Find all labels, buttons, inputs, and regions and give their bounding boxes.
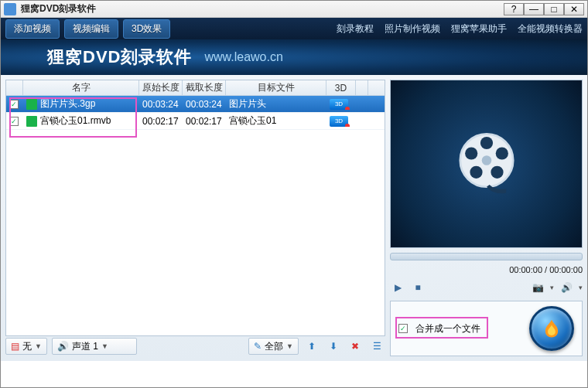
chevron-down-icon[interactable]: ▾ (550, 284, 554, 291)
effect-3d-button[interactable]: 3D效果 (123, 19, 170, 39)
video-edit-button[interactable]: 视频编辑 (64, 19, 118, 39)
banner-title: 狸窝DVD刻录软件 (47, 46, 192, 69)
table-header: 名字 原始长度 截取长度 目标文件 3D (6, 80, 385, 96)
orig-len: 00:02:17 (139, 116, 183, 127)
svg-point-6 (465, 147, 477, 159)
chevron-down-icon: ▼ (286, 342, 293, 350)
table-row[interactable]: ✓ 宫锁心玉01.rmvb 00:02:17 00:02:17 宫锁心玉01 3… (6, 113, 385, 130)
maximize-button[interactable]: □ (544, 3, 564, 15)
row-checkbox[interactable]: ✓ (9, 117, 19, 126)
play-button[interactable]: ▶ (390, 280, 405, 295)
apply-all-value: 全部 (265, 340, 283, 353)
audio-track-select[interactable]: 🔊 声道 1 ▼ (52, 338, 137, 355)
stop-button[interactable]: ■ (410, 280, 426, 295)
speaker-icon: 🔊 (57, 341, 69, 352)
right-panel: 00:00:00 / 00:00:00 ▶ ■ 📷 ▾ 🔊 ▾ ✓ 合并成一个文… (390, 75, 587, 361)
wand-icon: ✎ (254, 341, 262, 352)
minimize-button[interactable]: — (524, 3, 544, 15)
snapshot-button[interactable]: 📷 (530, 280, 545, 295)
flame-icon (542, 318, 562, 339)
film-reel-icon (452, 129, 521, 199)
3d-badge[interactable]: 3D (330, 99, 348, 110)
subtitle-select[interactable]: ▤ 无 ▼ (5, 338, 47, 355)
apply-all-select[interactable]: ✎ 全部 ▼ (248, 338, 299, 355)
col-3d[interactable]: 3D (326, 80, 356, 95)
chevron-down-icon: ▼ (35, 342, 42, 350)
col-scroll (356, 80, 368, 95)
file-name: 宫锁心玉01.rmvb (40, 114, 111, 128)
close-button[interactable]: ✕ (564, 3, 584, 15)
help-button[interactable]: ? (504, 3, 524, 15)
seek-bar[interactable] (390, 253, 583, 260)
col-name[interactable]: 名字 (23, 80, 139, 95)
app-icon (4, 3, 16, 15)
cut-len: 00:02:17 (183, 116, 226, 127)
file-name: 图片片头.3gp (40, 97, 95, 111)
bottom-bar: ▤ 无 ▼ 🔊 声道 1 ▼ ✎ 全部 ▼ ⬆ ⬇ ✖ ☰ (5, 336, 385, 356)
svg-point-4 (491, 166, 503, 179)
move-up-button[interactable]: ⬆ (303, 338, 320, 355)
title-bar: 狸窝DVD刻录软件 ? — □ ✕ (1, 1, 587, 18)
orig-len: 00:03:24 (139, 99, 183, 110)
svg-point-2 (480, 137, 492, 149)
move-down-button[interactable]: ⬇ (325, 338, 342, 355)
left-panel: 名字 原始长度 截取长度 目标文件 3D ✓ 图片片头.3gp 00:03:24… (1, 75, 390, 361)
link-apple-helper[interactable]: 狸窝苹果助手 (451, 22, 507, 36)
merge-checkbox[interactable]: ✓ (398, 324, 408, 333)
row-checkbox[interactable]: ✓ (9, 100, 19, 109)
header-links: 刻录教程 照片制作视频 狸窝苹果助手 全能视频转换器 (337, 22, 583, 36)
col-orig-len[interactable]: 原始长度 (139, 80, 183, 95)
merge-box: ✓ 合并成一个文件 (390, 301, 583, 356)
audio-value: 声道 1 (72, 340, 98, 353)
delete-button[interactable]: ✖ (347, 338, 364, 355)
preview-area (390, 80, 583, 248)
col-target[interactable]: 目标文件 (226, 80, 326, 95)
window-title: 狸窝DVD刻录软件 (21, 2, 96, 15)
banner-url: www.leawo.cn (204, 50, 282, 64)
main-area: 名字 原始长度 截取长度 目标文件 3D ✓ 图片片头.3gp 00:03:24… (1, 75, 587, 361)
file-icon (26, 99, 37, 110)
svg-point-5 (470, 166, 482, 179)
volume-button[interactable]: 🔊 (559, 280, 574, 295)
cut-len: 00:03:24 (183, 99, 226, 110)
time-display: 00:00:00 / 00:00:00 (390, 265, 583, 274)
file-icon (26, 116, 37, 127)
3d-badge[interactable]: 3D (330, 116, 348, 127)
main-toolbar: 添加视频 视频编辑 3D效果 刻录教程 照片制作视频 狸窝苹果助手 全能视频转换… (1, 18, 587, 39)
col-check[interactable] (6, 80, 23, 95)
playback-controls: ▶ ■ 📷 ▾ 🔊 ▾ (390, 279, 583, 296)
target-file: 宫锁心玉01 (226, 114, 326, 128)
svg-point-3 (495, 147, 508, 159)
chevron-down-icon[interactable]: ▾ (579, 284, 583, 291)
target-file: 图片片头 (226, 97, 326, 111)
link-converter[interactable]: 全能视频转换器 (518, 22, 583, 36)
subtitle-value: 无 (22, 340, 32, 353)
add-video-button[interactable]: 添加视频 (5, 19, 60, 39)
table-row[interactable]: ✓ 图片片头.3gp 00:03:24 00:03:24 图片片头 3D (6, 96, 385, 113)
file-list: 名字 原始长度 截取长度 目标文件 3D ✓ 图片片头.3gp 00:03:24… (5, 80, 385, 336)
svg-point-1 (481, 155, 491, 165)
col-cut-len[interactable]: 截取长度 (183, 80, 226, 95)
banner: 狸窝DVD刻录软件 www.leawo.cn (1, 39, 587, 75)
subtitle-icon: ▤ (11, 341, 19, 352)
window-buttons: ? — □ ✕ (504, 3, 584, 15)
merge-label: 合并成一个文件 (415, 322, 480, 335)
link-photo-video[interactable]: 照片制作视频 (385, 22, 440, 36)
burn-button[interactable] (529, 306, 574, 351)
link-burn-tutorial[interactable]: 刻录教程 (337, 22, 374, 36)
chevron-down-icon: ▼ (101, 342, 108, 350)
list-button[interactable]: ☰ (368, 338, 385, 355)
